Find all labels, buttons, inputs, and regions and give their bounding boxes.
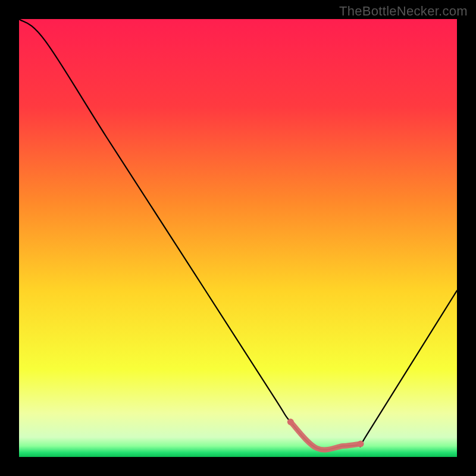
chart-background <box>19 19 457 457</box>
highlight-end-dot <box>358 440 364 447</box>
chart-svg <box>19 19 457 457</box>
watermark-text: TheBottleNecker.com <box>339 4 468 19</box>
chart-frame: TheBottleNecker.com <box>0 0 476 476</box>
highlight-start-dot <box>287 419 294 425</box>
chart-plot-area <box>19 19 457 457</box>
